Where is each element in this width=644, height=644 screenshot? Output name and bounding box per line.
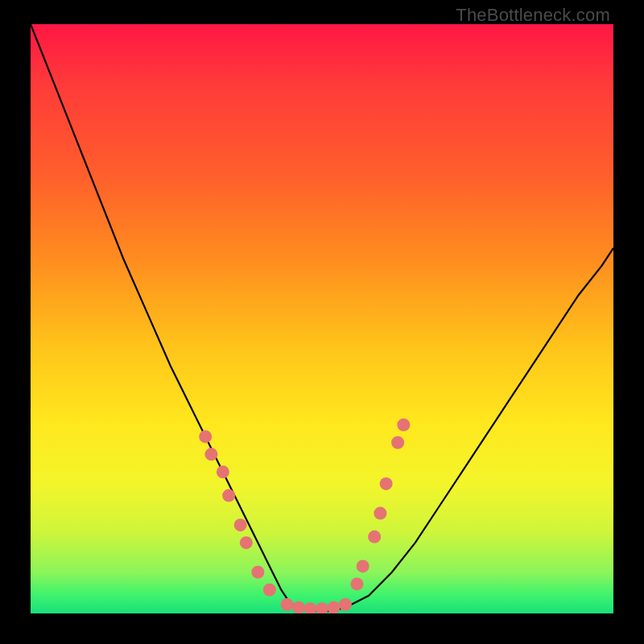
data-point xyxy=(281,598,294,611)
data-point xyxy=(350,577,363,590)
data-point xyxy=(251,566,264,579)
watermark-text: TheBottleneck.com xyxy=(456,5,610,26)
plot-area xyxy=(31,24,613,613)
data-point xyxy=(222,489,235,502)
chart-frame: TheBottleneck.com xyxy=(0,0,644,644)
data-point xyxy=(380,477,393,490)
data-point xyxy=(368,530,381,543)
data-point xyxy=(391,436,404,449)
data-point xyxy=(240,536,253,549)
data-point xyxy=(339,598,352,611)
data-point xyxy=(217,465,229,478)
data-point xyxy=(357,559,369,572)
chart-svg xyxy=(31,24,613,613)
data-point xyxy=(327,601,340,613)
data-point xyxy=(397,419,410,431)
data-point xyxy=(263,584,276,597)
data-point xyxy=(304,602,317,613)
data-point xyxy=(199,430,212,443)
data-point xyxy=(374,507,386,520)
bottleneck-curve xyxy=(31,24,613,612)
data-point xyxy=(234,518,247,531)
data-point xyxy=(204,448,217,460)
scatter-dots xyxy=(199,419,410,613)
data-point xyxy=(292,601,305,613)
data-point xyxy=(316,602,328,613)
